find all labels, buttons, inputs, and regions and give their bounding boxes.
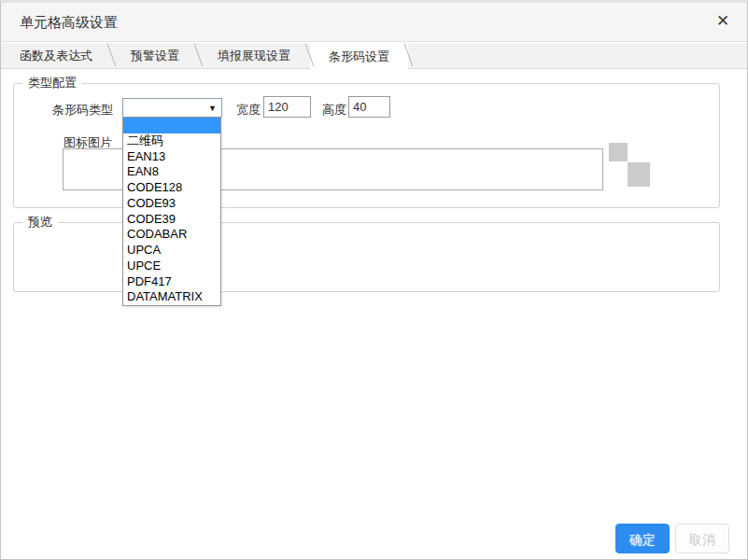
type-config-legend: 类型配置 — [22, 75, 82, 91]
dropdown-option-ean13[interactable]: EAN13 — [123, 149, 220, 165]
dropdown-option-pdf417[interactable]: PDF417 — [123, 274, 220, 290]
close-icon[interactable]: ✕ — [713, 11, 733, 32]
tab-alert-settings[interactable]: 预警设置 — [112, 43, 198, 69]
dropdown-option-code93[interactable]: CODE93 — [123, 196, 220, 212]
dialog-title: 单元格高级设置 — [20, 14, 118, 32]
dropdown-option-ean8[interactable]: EAN8 — [123, 164, 220, 180]
tab-functions-expressions[interactable]: 函数及表达式 — [1, 43, 111, 69]
preview-group: 预览 — [13, 214, 720, 292]
checker-square — [628, 162, 650, 187]
dropdown-option-upca[interactable]: UPCA — [123, 243, 220, 259]
dropdown-option-upce[interactable]: UPCE — [123, 259, 220, 274]
preview-legend: 预览 — [22, 214, 58, 231]
cancel-button[interactable]: 取消 — [675, 524, 729, 553]
tab-label: 填报展现设置 — [218, 48, 290, 64]
height-input[interactable] — [348, 96, 390, 118]
height-label: 高度 — [322, 102, 346, 119]
dropdown-option-empty[interactable] — [123, 118, 220, 133]
dropdown-option-code39[interactable]: CODE39 — [123, 212, 220, 228]
dropdown-option-codabar[interactable]: CODABAR — [123, 227, 220, 243]
tab-label: 函数及表达式 — [20, 48, 92, 64]
width-input[interactable] — [263, 96, 311, 118]
width-label: 宽度 — [236, 102, 261, 119]
barcode-type-select[interactable]: ▼ — [122, 98, 222, 118]
barcode-type-dropdown-list: 二维码 EAN13 EAN8 CODE128 CODE93 CODE39 COD… — [122, 117, 221, 306]
chevron-down-icon: ▼ — [208, 104, 217, 113]
tab-label: 条形码设置 — [329, 49, 389, 65]
dialog-titlebar: 单元格高级设置 ✕ — [1, 3, 747, 42]
cell-advanced-settings-dialog: 单元格高级设置 ✕ 函数及表达式 预警设置 填报展现设置 条形码设置 类型配置 … — [0, 0, 748, 560]
checker-square — [609, 143, 628, 161]
transparency-checker-icon — [609, 143, 651, 187]
dropdown-option-qrcode[interactable]: 二维码 — [123, 133, 220, 149]
settings-tabbar: 函数及表达式 预警设置 填报展现设置 条形码设置 — [1, 43, 747, 69]
barcode-type-label: 条形码类型 — [52, 102, 113, 119]
ok-button[interactable]: 确定 — [615, 524, 670, 553]
tab-label: 预警设置 — [131, 48, 179, 64]
tab-fill-display-settings[interactable]: 填报展现设置 — [199, 43, 309, 69]
tab-barcode-settings[interactable]: 条形码设置 — [310, 43, 408, 70]
dropdown-option-code128[interactable]: CODE128 — [123, 180, 220, 196]
dropdown-option-datamatrix[interactable]: DATAMATRIX — [123, 289, 220, 305]
